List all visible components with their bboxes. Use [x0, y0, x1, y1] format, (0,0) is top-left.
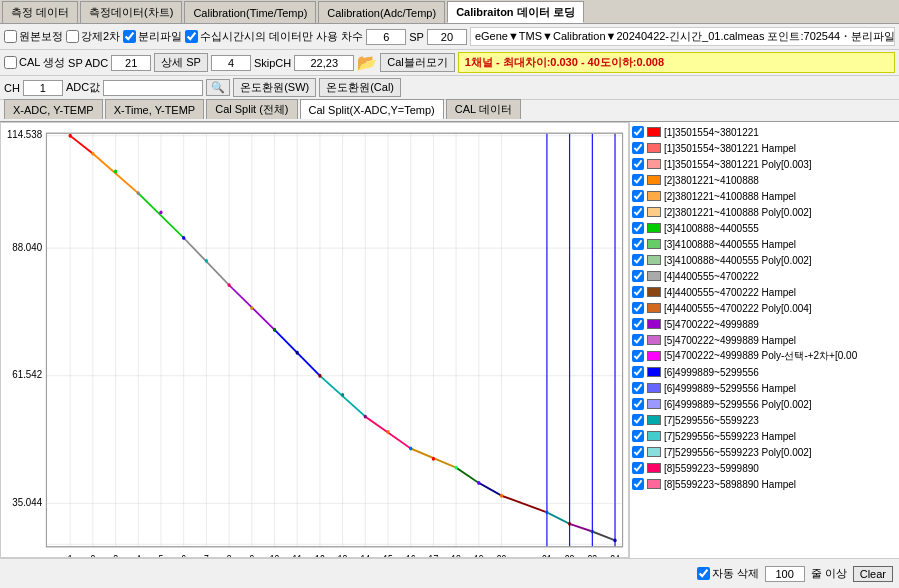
- tab-calibration-adc-temp[interactable]: Calibration(Adc/Temp): [318, 1, 445, 23]
- btn-temp-sw[interactable]: 온도환원(SW): [233, 78, 316, 97]
- legend-color-14: [647, 351, 661, 361]
- checkbox-force-2nd[interactable]: 강제2차: [66, 29, 120, 44]
- tab-measurement-chart[interactable]: 측정데이터(차트): [80, 1, 182, 23]
- checkbox-cal-generate-input[interactable]: [4, 56, 17, 69]
- y-label-mid2: 61.542: [12, 368, 42, 381]
- legend-check-14[interactable]: [632, 350, 644, 362]
- checkbox-hours-data[interactable]: 수십시간시의 데이터만 사용: [185, 29, 338, 44]
- legend-check-18[interactable]: [632, 414, 644, 426]
- checkbox-auto-delete-input[interactable]: [697, 567, 710, 580]
- legend-color-3: [647, 175, 661, 185]
- sub-tab-cal-split-xadc[interactable]: Cal Split(X-ADC,Y=Temp): [300, 99, 444, 119]
- input-sp-adc[interactable]: [111, 55, 151, 71]
- toolbar-row-1: 원본보정 강제2차 분리파일 수십시간시의 데이터만 사용 차수 SP eGen…: [0, 24, 899, 50]
- input-sp[interactable]: [427, 29, 467, 45]
- label-cycles: 차수: [341, 29, 363, 44]
- y-label-max: 114.538: [7, 128, 42, 141]
- legend-color-7: [647, 239, 661, 249]
- checkbox-original-correction-input[interactable]: [4, 30, 17, 43]
- legend-label-20: [7]5299556~5599223 Poly[0.002]: [664, 447, 812, 458]
- legend-item-8: [3]4100888~4400555 Poly[0.002]: [632, 252, 897, 268]
- legend-color-15: [647, 367, 661, 377]
- legend-check-20[interactable]: [632, 446, 644, 458]
- legend-check-6[interactable]: [632, 222, 644, 234]
- legend-check-16[interactable]: [632, 382, 644, 394]
- legend-item-11: [4]4400555~4700222 Poly[0.004]: [632, 300, 897, 316]
- legend-label-21: [8]5599223~5999890: [664, 463, 759, 474]
- legend-check-5[interactable]: [632, 206, 644, 218]
- tab-measurement-data[interactable]: 측정 데이터: [2, 1, 78, 23]
- y-label-min: 35.044: [12, 495, 42, 508]
- legend-check-19[interactable]: [632, 430, 644, 442]
- svg-point-90: [454, 466, 457, 470]
- legend-check-8[interactable]: [632, 254, 644, 266]
- tab-calibration-time-temp[interactable]: Calibration(Time/Temp): [184, 1, 316, 23]
- legend-color-16: [647, 383, 661, 393]
- legend-check-22[interactable]: [632, 478, 644, 490]
- btn-detail-sp[interactable]: 상세 SP: [154, 53, 208, 72]
- label-adc: ADC값: [66, 80, 100, 95]
- svg-text:9: 9: [249, 554, 254, 557]
- svg-point-83: [296, 351, 299, 355]
- checkbox-force-2nd-input[interactable]: [66, 30, 79, 43]
- legend-color-19: [647, 431, 661, 441]
- legend-check-17[interactable]: [632, 398, 644, 410]
- legend-item-14: [5]4700222~4999889 Poly-선택-+2차+[0.00: [632, 348, 897, 364]
- legend-item-9: [4]4400555~4700222: [632, 268, 897, 284]
- legend-check-9[interactable]: [632, 270, 644, 282]
- bottom-bar: 자동 삭제 줄 이상 Clear: [0, 558, 899, 588]
- svg-text:16: 16: [406, 554, 416, 557]
- legend-item-0: [1]3501554~3801221: [632, 124, 897, 140]
- legend-check-1[interactable]: [632, 142, 644, 154]
- sub-tab-cal-split-all[interactable]: Cal Split (전체): [206, 99, 297, 119]
- btn-search[interactable]: 🔍: [206, 79, 230, 96]
- legend-check-4[interactable]: [632, 190, 644, 202]
- checkbox-auto-delete[interactable]: 자동 삭제: [697, 566, 759, 581]
- checkbox-split-file[interactable]: 분리파일: [123, 29, 182, 44]
- legend-item-7: [3]4100888~4400555 Hampel: [632, 236, 897, 252]
- svg-point-78: [182, 236, 185, 240]
- input-ch[interactable]: [23, 80, 63, 96]
- legend-label-5: [2]3801221~4100888 Poly[0.002]: [664, 207, 812, 218]
- btn-clear[interactable]: Clear: [853, 566, 893, 582]
- legend-check-7[interactable]: [632, 238, 644, 250]
- btn-cal-blur[interactable]: Cal블러모기: [380, 53, 455, 72]
- legend-color-6: [647, 223, 661, 233]
- input-skipch[interactable]: [294, 55, 354, 71]
- sub-tab-xtime-ytemp[interactable]: X-Time, Y-TEMP: [105, 99, 205, 119]
- input-sp2[interactable]: [211, 55, 251, 71]
- sub-tab-cal-data[interactable]: CAL 데이터: [446, 99, 521, 119]
- legend-check-15[interactable]: [632, 366, 644, 378]
- legend-check-2[interactable]: [632, 158, 644, 170]
- sub-tab-bar: X-ADC, Y-TEMP X-Time, Y-TEMP Cal Split (…: [0, 100, 899, 122]
- svg-point-92: [500, 494, 503, 498]
- svg-point-77: [159, 210, 162, 214]
- legend-check-13[interactable]: [632, 334, 644, 346]
- legend-item-21: [8]5599223~5999890: [632, 460, 897, 476]
- folder-icon[interactable]: 📂: [357, 53, 377, 72]
- alert-text: 1채널 - 최대차이:0.030 - 40도이하:0.008: [458, 52, 895, 73]
- checkbox-split-file-input[interactable]: [123, 30, 136, 43]
- sub-tab-xadc-ytemp[interactable]: X-ADC, Y-TEMP: [4, 99, 103, 119]
- legend-check-0[interactable]: [632, 126, 644, 138]
- checkbox-cal-generate[interactable]: CAL 생성: [4, 55, 65, 70]
- tab-calibration-data-loading[interactable]: Calibraiton 데이터 로딩: [447, 1, 584, 23]
- legend-color-10: [647, 287, 661, 297]
- svg-point-80: [227, 283, 230, 287]
- legend-color-13: [647, 335, 661, 345]
- legend-check-21[interactable]: [632, 462, 644, 474]
- legend-check-11[interactable]: [632, 302, 644, 314]
- legend-color-20: [647, 447, 661, 457]
- label-sp-adc: SP ADC: [68, 57, 108, 69]
- legend-check-12[interactable]: [632, 318, 644, 330]
- checkbox-hours-data-input[interactable]: [185, 30, 198, 43]
- btn-temp-cal[interactable]: 온도환원(Cal): [319, 78, 401, 97]
- legend-check-3[interactable]: [632, 174, 644, 186]
- input-cycles[interactable]: [366, 29, 406, 45]
- input-adc[interactable]: [103, 80, 203, 96]
- input-row-count[interactable]: [765, 566, 805, 582]
- legend-label-9: [4]4400555~4700222: [664, 271, 759, 282]
- checkbox-original-correction[interactable]: 원본보정: [4, 29, 63, 44]
- legend-item-2: [1]3501554~3801221 Poly[0.003]: [632, 156, 897, 172]
- legend-check-10[interactable]: [632, 286, 644, 298]
